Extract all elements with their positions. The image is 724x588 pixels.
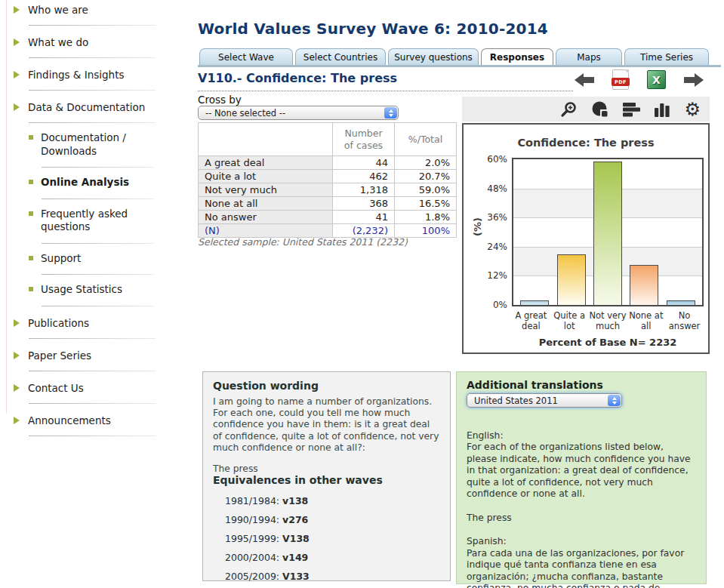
- row-label: None at all: [199, 197, 333, 211]
- sidebar-item-what-we-do[interactable]: What we do: [14, 36, 196, 48]
- row-label: A great deal: [199, 156, 333, 170]
- bar-not-very-much[interactable]: [593, 162, 622, 305]
- square-bullet-icon: [29, 135, 33, 140]
- sidebar-item-who-we-are[interactable]: Who we are: [14, 4, 196, 16]
- sidebar-item-label: What we do: [28, 36, 88, 48]
- table-total-row: (N) (2,232) 100%: [199, 224, 457, 238]
- equivalence-item: 2005/2009: V133: [225, 571, 440, 582]
- translation-sample-select[interactable]: United States 2011: [467, 393, 622, 408]
- chart-x-axis-labels: A great deal Quite a lot Not very much N…: [512, 311, 704, 331]
- row-cases: 1,318: [333, 183, 395, 197]
- divider: [29, 338, 156, 339]
- x-tick: A great deal: [512, 311, 550, 331]
- square-bullet-icon: [29, 256, 33, 260]
- settings-gear-icon[interactable]: ⚙: [684, 100, 701, 119]
- divider: [42, 274, 153, 275]
- chart-bars: [513, 159, 702, 305]
- translation-spanish: Spanish: Para cada una de las organizaci…: [467, 536, 696, 588]
- selected-sample-note: Selected sample: United States 2011 (223…: [198, 236, 408, 248]
- table-row: None at all 368 16.5%: [199, 197, 457, 211]
- table-row: Not very much 1,318 59.0%: [199, 183, 457, 197]
- question-wording-heading: Question wording: [213, 380, 440, 392]
- sidebar-item-findings-insights[interactable]: Findings & Insights: [14, 69, 196, 81]
- row-label: (N): [199, 224, 333, 238]
- sidebar-item-label: Findings & Insights: [28, 69, 124, 81]
- row-cases: 44: [333, 156, 395, 170]
- previous-question-icon[interactable]: [575, 73, 594, 87]
- sidebar-item-label: Who we are: [28, 4, 88, 16]
- select-stepper-icon: [384, 107, 397, 119]
- question-subject: The press: [213, 463, 440, 474]
- tab-select-wave[interactable]: Select Wave: [199, 48, 293, 66]
- divider: [29, 57, 156, 58]
- row-cases: (2,232): [333, 224, 395, 238]
- arrow-right-icon: [14, 103, 20, 111]
- horizontal-bar-chart-icon[interactable]: [622, 100, 640, 119]
- sidebar: Who we are What we do Findings & Insight…: [8, 0, 196, 436]
- sidebar-item-contact-us[interactable]: Contact Us: [14, 382, 196, 394]
- arrow-right-icon: [14, 417, 20, 424]
- square-bullet-icon: [29, 211, 33, 216]
- sidebar-item-usage-statistics[interactable]: Usage Statistics: [29, 283, 180, 297]
- pie-chart-icon[interactable]: [591, 100, 609, 119]
- row-percent: 1.8%: [395, 211, 457, 224]
- y-tick: 60%: [476, 154, 507, 165]
- sidebar-item-announcements[interactable]: Announcements: [14, 414, 196, 426]
- sidebar-item-label: Data & Documentation: [28, 101, 145, 113]
- chart-title: Confidence: The press: [464, 137, 708, 149]
- equivalence-item: 1995/1999: V138: [225, 533, 440, 544]
- bar-no-answer[interactable]: [667, 300, 695, 305]
- sidebar-item-label: Frequently asked questions: [41, 208, 180, 234]
- square-bullet-icon: [29, 180, 33, 184]
- sidebar-item-faq[interactable]: Frequently asked questions: [29, 208, 180, 234]
- sidebar-item-publications[interactable]: Publications: [14, 317, 196, 329]
- tab-survey-questions[interactable]: Survey questions: [388, 48, 479, 66]
- arrow-right-icon: [14, 6, 20, 14]
- arrow-right-icon: [14, 384, 20, 392]
- sidebar-item-data-documentation[interactable]: Data & Documentation: [14, 101, 196, 113]
- page-left-rule: [6, 0, 7, 414]
- next-question-icon[interactable]: [684, 73, 704, 87]
- translation-english: English: For each of the organizations l…: [467, 430, 696, 500]
- column-chart-icon[interactable]: [653, 100, 671, 119]
- cross-by-label: Cross by: [198, 94, 242, 106]
- y-tick: 0%: [476, 300, 507, 310]
- question-wording-panel: Question wording I am going to name a nu…: [202, 371, 451, 581]
- chart-toolbar: ⚙: [462, 97, 710, 122]
- equivalences-heading: Equivalences in other waves: [213, 474, 440, 486]
- table-corner-cell: [199, 123, 333, 156]
- translation-english-subject: The press: [467, 513, 696, 524]
- sidebar-item-paper-series[interactable]: Paper Series: [14, 349, 196, 362]
- equivalence-item: 1981/1984: v138: [225, 495, 440, 506]
- equivalences-list: 1981/1984: v138 1990/1994: v276 1995/199…: [213, 495, 440, 588]
- x-tick: Not very much: [589, 311, 627, 331]
- row-cases: 462: [333, 170, 395, 183]
- bar-a-great-deal[interactable]: [520, 300, 549, 305]
- tab-time-series[interactable]: Time Series: [624, 48, 709, 66]
- y-tick: 36%: [476, 212, 507, 223]
- sidebar-item-support[interactable]: Support: [29, 252, 180, 266]
- divider: [42, 167, 153, 168]
- divider: [29, 90, 156, 91]
- table-row: Quite a lot 462 20.7%: [199, 170, 457, 183]
- row-percent: 16.5%: [395, 197, 457, 211]
- sidebar-item-label: Documentation / Downloads: [41, 131, 180, 158]
- tab-select-countries[interactable]: Select Countries: [295, 48, 386, 66]
- export-excel-icon[interactable]: X: [647, 70, 666, 89]
- bar-none-at-all[interactable]: [630, 265, 658, 305]
- sidebar-item-documentation-downloads[interactable]: Documentation / Downloads: [29, 131, 180, 158]
- divider: [29, 371, 156, 371]
- bar-quite-a-lot[interactable]: [557, 254, 586, 305]
- x-tick: None at all: [627, 311, 665, 331]
- sidebar-item-online-analysis[interactable]: Online Analysis: [29, 176, 180, 189]
- tab-responses[interactable]: Responses: [481, 48, 553, 66]
- table-header-row: Number of cases %/Total: [199, 123, 457, 156]
- zoom-icon[interactable]: [560, 100, 578, 119]
- chart-x-axis-title: Percent of Base N= 2232: [512, 337, 704, 348]
- cross-by-select[interactable]: -- None selected --: [198, 106, 399, 120]
- select-stepper-icon: [608, 395, 621, 406]
- export-pdf-icon[interactable]: PDF: [612, 69, 629, 90]
- col-header-number-of-cases: Number of cases: [333, 123, 395, 156]
- tab-maps[interactable]: Maps: [556, 48, 622, 66]
- x-tick: No answer: [665, 311, 704, 331]
